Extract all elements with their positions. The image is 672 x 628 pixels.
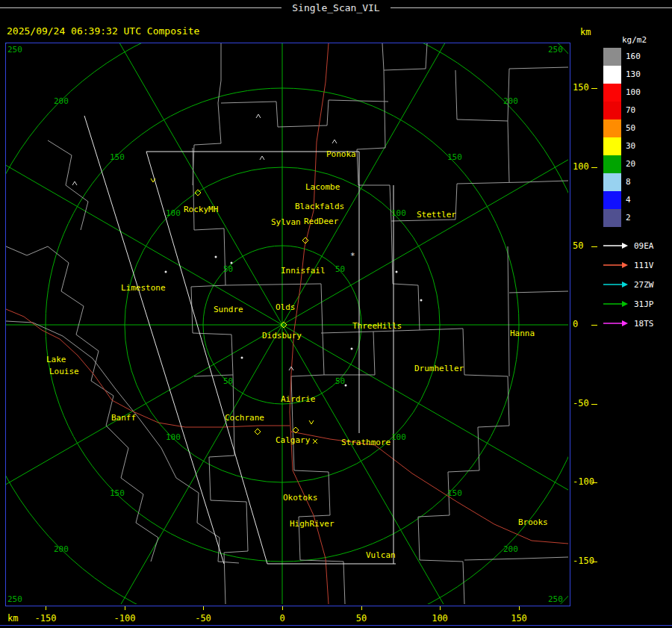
bottom-axis-tick <box>282 606 283 610</box>
colorbar-value: 20 <box>626 159 635 169</box>
colorbar-swatch <box>603 173 621 191</box>
town-dot-marker <box>345 385 347 387</box>
county-boundary-line <box>6 246 158 562</box>
right-axis-label: 150 <box>573 82 589 93</box>
city-diamond-marker <box>255 429 261 435</box>
city-label-strathmore: Strathmore <box>341 438 391 447</box>
county-boundaries <box>6 43 568 604</box>
range-ring-label: 250 <box>548 594 563 604</box>
radar-station-id: 27ZW <box>634 280 654 290</box>
county-boundary-line <box>508 121 509 182</box>
radar-station-id: 18TS <box>634 319 654 329</box>
city-label-stettler: Stettler <box>417 210 456 220</box>
colorbar-level: 70 <box>603 102 671 119</box>
colorbar-swatch <box>603 48 621 66</box>
city-label-limestone: Limestone <box>121 283 166 293</box>
colorbar-swatch <box>603 191 621 209</box>
town-dot-marker <box>215 256 217 258</box>
town-dot-marker <box>351 348 353 350</box>
range-ring-label: 100 <box>391 432 406 442</box>
town-dot-marker <box>231 262 233 264</box>
town-caret-marker <box>260 156 264 160</box>
town-caret-marker <box>332 140 337 143</box>
colorbar-value: 2 <box>626 213 631 223</box>
right-axis-label: -100 <box>573 476 594 487</box>
city-label-ponoka: Ponoka <box>326 149 356 159</box>
range-ring-label: 100 <box>166 432 181 442</box>
colorbar-level: 30 <box>603 137 671 155</box>
radar-arrow-icon <box>602 319 629 328</box>
range-ring-label: 250 <box>548 45 563 55</box>
city-label-lacombe: Lacombe <box>305 182 340 192</box>
city-label-cochrane: Cochrane <box>225 413 264 423</box>
bottom-axis-tick <box>203 606 204 610</box>
right-axis-label: -150 <box>573 556 594 566</box>
city-label-vulcan: Vulcan <box>366 550 396 560</box>
county-boundary-line <box>455 67 568 121</box>
right-axis-label: -50 <box>573 398 589 408</box>
city-label-threehills: ThreeHills <box>352 321 402 331</box>
radar-station-row: 18TS <box>602 314 654 333</box>
window-title: Single_Scan_VIL <box>281 2 390 13</box>
bottom-axis-tick <box>46 606 46 610</box>
range-ring-label: 250 <box>7 594 22 604</box>
titlebar-rule-left <box>0 7 281 8</box>
right-axis-tick <box>591 404 597 405</box>
colorbar-swatch <box>603 209 621 227</box>
city-label-drumheller: Drumheller <box>414 364 464 373</box>
range-ring <box>6 43 568 604</box>
city-label-rockymh: RockyMH <box>184 205 218 214</box>
bottom-axis-tick <box>519 606 520 610</box>
city-label-okotoks: Okotoks <box>283 493 317 503</box>
right-axis-label: 100 <box>573 161 589 172</box>
county-boundary-line <box>509 291 568 293</box>
colorbar-level: 20 <box>603 155 671 173</box>
colorbar-swatch <box>603 155 621 173</box>
right-axis-label: 0 <box>573 319 578 329</box>
city-label-blackfalds: Blackfalds <box>295 202 344 211</box>
radar-app-window: Single_Scan_VIL 2025/09/24 06:39:32 UTC … <box>0 0 672 628</box>
range-ring-label: 200 <box>503 544 518 554</box>
city-label-didsbury: Didsbury <box>262 331 302 341</box>
colorbar-level: 160 <box>603 48 671 66</box>
city-label-reddeer: RedDeer <box>304 217 339 226</box>
city-label-highriver: HighRiver <box>290 519 335 529</box>
right-axis-tick <box>591 325 597 326</box>
titlebar: Single_Scan_VIL <box>0 0 672 15</box>
county-boundary-line <box>48 140 88 230</box>
colorbar-swatch <box>603 102 621 119</box>
range-ring-label: 100 <box>166 208 181 218</box>
scan-timestamp: 2025/09/24 06:39:32 UTC Composite <box>7 25 199 37</box>
colorbar-value: 130 <box>626 69 641 79</box>
radar-station-row: 27ZW <box>602 275 654 294</box>
roads <box>6 43 568 604</box>
x-marker <box>313 439 317 444</box>
county-boundary-line <box>209 375 248 604</box>
county-boundary-line <box>464 557 568 560</box>
colorbar-swatch <box>603 137 621 155</box>
bottom-divider <box>0 625 672 626</box>
colorbar-swatch <box>603 66 621 84</box>
colorbar-value: 100 <box>626 87 641 97</box>
colorbar-value: 8 <box>626 177 631 187</box>
bottom-axis-label: 0 <box>270 613 295 624</box>
right-axis-label: 50 <box>573 240 583 251</box>
colorbar-swatch <box>603 119 621 137</box>
range-ring-label: 250 <box>7 45 22 55</box>
map-frame: 5010015020025050100150200250501001502002… <box>5 43 570 606</box>
city-label-innisfail: Innisfail <box>281 266 326 276</box>
bottom-axis-tick <box>125 606 125 610</box>
range-spoke <box>282 325 506 604</box>
colorbar: 16013010070503020842 <box>603 48 671 227</box>
radar-station-id: 09EA <box>634 241 654 251</box>
radar-arrow-icon <box>602 299 629 308</box>
range-spokes <box>6 43 568 604</box>
range-ring-label: 150 <box>447 488 462 498</box>
range-ring-label: 150 <box>110 152 125 162</box>
colorbar-level: 2 <box>603 209 671 227</box>
colorbar-swatch <box>603 84 621 102</box>
colorbar-level: 130 <box>603 66 671 84</box>
county-boundary-line <box>373 221 420 375</box>
colorbar-level: 4 <box>603 191 671 209</box>
county-boundary-line <box>382 43 427 70</box>
